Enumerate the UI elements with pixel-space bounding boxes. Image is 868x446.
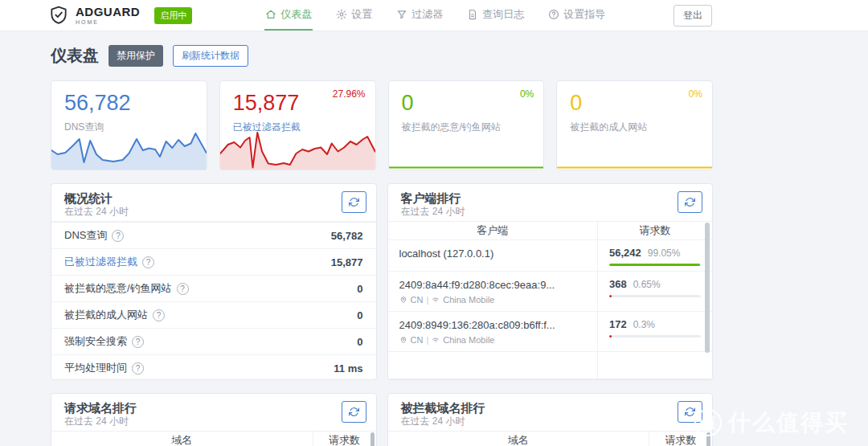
brand-name: ADGUARD [76, 6, 140, 18]
top-clients-panel: 客户端排行 在过去 24 小时 客户端 请求数 localhost (127.0… [387, 183, 714, 380]
help-icon [548, 9, 559, 20]
top-blocked-domains-panel: 被拦截域名排行 在过去 24 小时 域名 请求数 [387, 393, 714, 446]
domains-col-domain: 域名 [51, 432, 313, 446]
malware-label: 被拦截的恶意/钓鱼网站 [402, 121, 501, 134]
help-icon[interactable]: ? [132, 362, 144, 374]
nav-item-dashboard[interactable]: 仪表盘 [264, 0, 313, 31]
client-row-localhost: localhost (127.0.0.1) 56,242 99.05% [388, 240, 713, 272]
dashboard-page: 仪表盘 禁用保护 刷新统计数据 56,782 DNS查询 15,877 已被过滤… [51, 45, 713, 446]
help-icon[interactable]: ? [153, 309, 165, 321]
adult-value: 0 [570, 91, 582, 116]
adguard-logo: ADGUARD HOME 启用中 [48, 0, 192, 31]
domains-scrollbar[interactable] [371, 432, 375, 446]
logout-button[interactable]: 登出 [674, 5, 712, 27]
blocked-domains-table-header: 域名 请求数 [388, 432, 713, 446]
clients-scrollbar[interactable] [705, 223, 710, 353]
top-queried-domains-panel: 请求域名排行 在过去 24 小时 域名 请求数 [51, 393, 377, 446]
general-statistics-title: 概况统计 [64, 190, 363, 206]
refresh-icon [349, 407, 359, 417]
general-statistics-subtitle: 在过去 24 小时 [64, 206, 363, 218]
shield-check-icon [48, 5, 69, 26]
refresh-top-clients-button[interactable] [678, 191, 702, 213]
adult-sparkline [557, 163, 712, 170]
document-icon [467, 9, 478, 20]
help-icon[interactable]: ? [142, 256, 154, 268]
card-dns-queries: 56,782 DNS查询 [51, 80, 207, 170]
wifi-icon [432, 336, 440, 344]
adult-percent: 0% [689, 88, 702, 100]
stat-row-blocked: 已被过滤器拦截? 15,877 [51, 248, 376, 275]
domains-col-requests: 请求数 [313, 432, 376, 446]
client-row-ipv6-1: 2409:8a44:f9:d280:8cec:9eaa:9... CN | Ch… [388, 272, 713, 312]
stat-cards: 56,782 DNS查询 15,877 已被过滤器拦截 27.96% 0 被拦截… [51, 80, 713, 170]
home-icon [265, 9, 276, 20]
top-blocked-domains-title: 被拦截域名排行 [401, 400, 700, 415]
adult-label: 被拦截的成人网站 [570, 121, 647, 134]
blocked-value: 15,877 [233, 91, 300, 116]
client-usage-bar [609, 264, 701, 266]
general-statistics-panel: 概况统计 在过去 24 小时 DNS查询? 56,782 已被过滤器拦截? 15… [51, 183, 377, 380]
smzdm-watermark: 值 什么值得买 [694, 407, 849, 438]
top-clients-subtitle: 在过去 24 小时 [401, 206, 700, 218]
brand-sub: HOME [76, 19, 140, 25]
clients-col-client: 客户端 [388, 222, 598, 239]
malware-value: 0 [402, 91, 414, 116]
clients-table-header: 客户端 请求数 [388, 222, 713, 240]
location-pin-icon [399, 336, 407, 344]
wifi-icon [432, 296, 440, 304]
filter-icon [396, 9, 407, 20]
nav-item-setup-guide[interactable]: 设置指导 [547, 0, 606, 31]
refresh-top-domains-button[interactable] [342, 401, 366, 423]
location-pin-icon [399, 296, 407, 304]
dns-queries-value: 56,782 [64, 91, 131, 116]
page-title: 仪表盘 [51, 45, 99, 67]
page-header: 仪表盘 禁用保护 刷新统计数据 [51, 45, 713, 67]
malware-sparkline [389, 163, 544, 170]
disable-protection-button[interactable]: 禁用保护 [108, 45, 163, 67]
malware-percent: 0% [520, 88, 534, 100]
nav-item-query-log[interactable]: 查询日志 [466, 0, 525, 31]
gear-icon [336, 9, 347, 20]
help-icon[interactable]: ? [112, 230, 124, 242]
stat-row-avg-time: 平均处理时间? 11 ms [51, 354, 376, 380]
top-queried-domains-subtitle: 在过去 24 小时 [64, 415, 363, 428]
nav-menu: 仪表盘 设置 过滤器 查询日志 设置指导 [264, 0, 606, 31]
top-nav: ADGUARD HOME 启用中 仪表盘 设置 过滤器 查询日志 设置指导 登出 [0, 0, 868, 31]
refresh-statistics-button[interactable]: 刷新统计数据 [173, 45, 248, 67]
stat-row-adult: 被拦截的成人网站? 0 [51, 301, 376, 328]
refresh-icon [349, 197, 359, 207]
client-usage-bar [609, 295, 701, 297]
help-icon[interactable]: ? [132, 336, 144, 348]
dns-queries-sparkline [51, 129, 207, 170]
top-queried-domains-title: 请求域名排行 [64, 400, 363, 415]
blocked-domains-col-domain: 域名 [388, 432, 650, 446]
empty-table-row [388, 352, 713, 379]
blocked-percent: 27.96% [333, 88, 366, 100]
client-row-ipv6-2: 2409:8949:136:280a:c809:b6ff:f... CN | C… [388, 312, 713, 352]
top-blocked-domains-subtitle: 在过去 24 小时 [401, 415, 700, 428]
top-clients-title: 客户端排行 [401, 190, 700, 206]
card-blocked-adult: 0 被拦截的成人网站 0% [556, 80, 713, 170]
protection-status-badge: 启用中 [154, 7, 192, 24]
refresh-icon [685, 197, 695, 207]
help-icon[interactable]: ? [177, 283, 189, 295]
nav-item-settings[interactable]: 设置 [335, 0, 373, 31]
clients-col-requests: 请求数 [598, 222, 712, 239]
refresh-general-stats-button[interactable] [342, 191, 366, 213]
smzdm-watermark-text: 什么值得买 [728, 407, 849, 438]
blocked-sparkline [220, 129, 375, 170]
domains-table-header: 域名 请求数 [51, 432, 376, 446]
card-blocked-malware: 0 被拦截的恶意/钓鱼网站 0% [388, 80, 545, 170]
nav-item-filters[interactable]: 过滤器 [395, 0, 444, 31]
card-blocked-by-filters: 15,877 已被过滤器拦截 27.96% [219, 80, 376, 170]
stat-row-dns: DNS查询? 56,782 [51, 222, 376, 248]
smzdm-logo-icon: 值 [694, 409, 722, 436]
stat-row-safesearch: 强制安全搜索? 0 [51, 328, 376, 354]
stat-row-malware: 被拦截的恶意/钓鱼网站? 0 [51, 275, 376, 301]
client-usage-bar [609, 335, 701, 338]
